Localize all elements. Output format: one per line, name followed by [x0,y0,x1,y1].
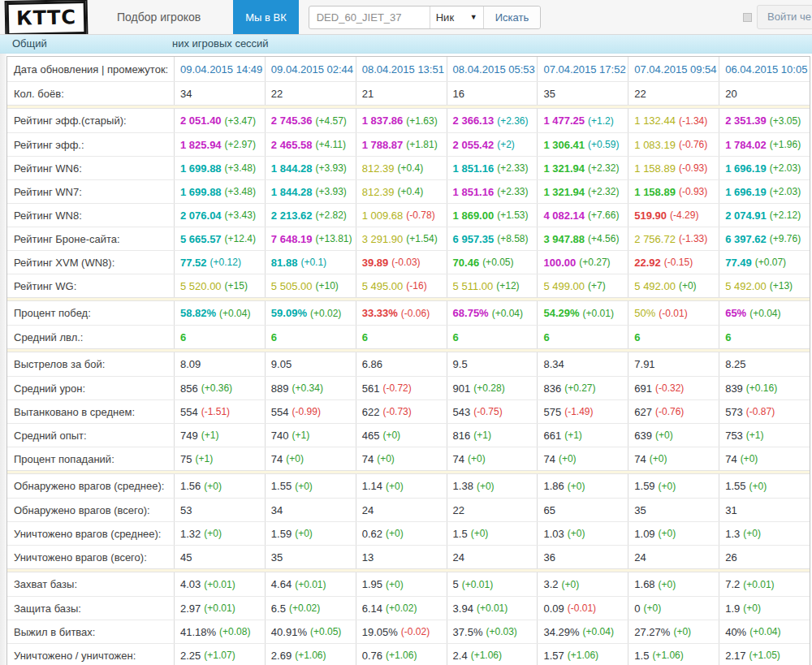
cell-value: 2.25 [180,650,201,662]
cell-value: 9.05 [271,358,292,370]
date-link[interactable]: 07.04.2015 09:54 [634,63,716,76]
cell-value: 24 [362,504,374,516]
row-label: Средний урон: [7,382,174,395]
table-row: Захват базы:4.03(+0.01)4.64(+0.01)1.95(+… [7,572,810,596]
tab-sessions-partial[interactable]: них игровых сессий [172,35,269,53]
cell-value: 34 [271,504,283,516]
row-label: Рейтинг эфф.(старый): [7,114,174,127]
nav-player-search[interactable]: Подбор игроков [117,11,201,24]
cell-delta: (+0.59) [588,139,619,150]
nick-select[interactable]: Ник ▼ [430,6,483,28]
value-cell: 7 648.19(+13.81) [265,227,356,250]
tab-general[interactable]: Общий [12,35,47,53]
value-cell: 7.91 [628,352,719,376]
cell-value: 27.27% [634,626,670,638]
value-cell: 1.32(+0) [174,522,265,545]
cell-value: 1 321.94 [543,162,585,175]
vk-button[interactable]: Мы в ВК [233,0,299,35]
value-cell: 1.5(+1.06) [628,644,719,665]
value-cell: 543(-0.75) [447,400,538,423]
cell-value: 54.29% [543,307,579,319]
cell-delta: (+2.36) [497,115,528,127]
table-row: Кол. боёв:34222116352220 [7,81,810,105]
cell-value: 6 [362,331,368,343]
cell-delta: (-1.51) [201,406,230,417]
value-cell: 1.86(+0) [537,474,628,498]
cell-delta: (+4.57) [315,115,346,127]
cell-value: 65% [725,307,746,319]
search-button[interactable]: Искать [483,6,541,28]
value-cell: 65 [537,499,628,521]
value-cell: 1 306.41(+0.59) [537,133,628,156]
date-cell: 08.04.2015 05:53 [447,57,538,81]
value-cell: 1 844.28(+3.93) [265,157,356,179]
value-cell: 34 [174,82,265,105]
cell-delta: (+0) [471,528,489,539]
cell-value: 6 397.62 [725,233,767,245]
cell-value: 41.18% [180,626,216,638]
cell-delta: (-0.03) [391,257,420,268]
cell-delta: (+1.07) [204,650,235,661]
cell-delta: (-0.76) [679,139,707,150]
cell-value: 65 [543,504,555,516]
cell-delta: (-0.78) [406,209,434,221]
table-row: Обнаружено врагов (среднее):1.56(+0)1.55… [7,474,810,498]
value-cell: 2.17(+1.05) [719,644,810,665]
date-link[interactable]: 06.04.2015 10:05 [725,63,807,76]
cell-value: 2.97 [180,602,201,615]
value-cell: 27.27%(+0) [628,620,719,643]
date-link[interactable]: 08.04.2015 05:53 [453,63,535,76]
cell-value: 20 [725,88,736,100]
kttc-logo[interactable]: КТТС [6,0,87,35]
cell-value: 1 696.19 [725,162,767,175]
value-cell: 1 321.94(+2.32) [537,180,628,203]
cell-value: 1.59 [634,480,654,492]
value-cell: 74(+0) [719,447,810,470]
date-link[interactable]: 08.04.2015 13:51 [362,63,444,76]
search-input[interactable] [309,6,430,28]
value-cell: 575(-1.49) [537,400,628,423]
cell-delta: (+1) [746,430,764,441]
cell-delta: (+0) [477,481,495,492]
cell-value: 1 699.88 [180,162,222,175]
value-cell: 2.4(+1.06) [447,644,538,665]
cell-value: 5 505.00 [271,280,313,292]
cell-value: 0.76 [362,650,382,662]
value-cell: 5(+0.01) [447,572,538,596]
cell-delta: (+0.04) [749,308,780,319]
cell-delta: (+0.16) [746,382,777,394]
cell-delta: (+0.01) [295,579,326,590]
value-cell: 2.69(+1.06) [265,644,356,665]
value-cell: 6 [447,326,538,348]
cell-delta: (+9.76) [770,233,801,244]
date-link[interactable]: 07.04.2015 17:52 [543,63,625,76]
cell-delta: (+0.01) [204,602,235,614]
row-label: Процент побед: [7,307,174,319]
cell-value: 2 055.42 [453,139,495,151]
value-cell: 74(+0) [265,447,356,470]
cell-delta: (+0) [295,481,313,492]
cell-value: 1.59 [271,528,292,540]
row-label: Захват базы: [7,578,174,590]
value-cell: 31 [719,499,810,521]
date-link[interactable]: 09.04.2015 02:44 [271,63,353,76]
cell-delta: (+0.04) [219,308,250,319]
row-label: Рейтинг WN8: [7,209,174,222]
date-link[interactable]: 09.04.2015 14:49 [180,63,262,76]
cell-delta: (+0) [568,528,585,539]
cell-value: 2.4 [453,650,468,662]
date-cell: 07.04.2015 17:52 [537,57,628,81]
cell-delta: (+2.32) [588,162,619,174]
cell-delta: (+2.03) [770,162,801,174]
cell-delta: (+0.02) [310,308,341,319]
cell-value: 3.2 [543,578,558,590]
cell-value: 753 [725,430,743,442]
cell-value: 1.5 [453,528,468,540]
value-cell: 74(+0) [537,447,628,470]
cell-value: 24 [453,551,464,564]
cell-value: 4.03 [180,578,201,590]
cell-value: 543 [453,406,471,418]
cell-value: 68.75% [453,307,489,319]
login-button[interactable]: Войти че [757,5,812,29]
table-row: Дата обновления | промежуток:09.04.2015 … [7,57,810,81]
